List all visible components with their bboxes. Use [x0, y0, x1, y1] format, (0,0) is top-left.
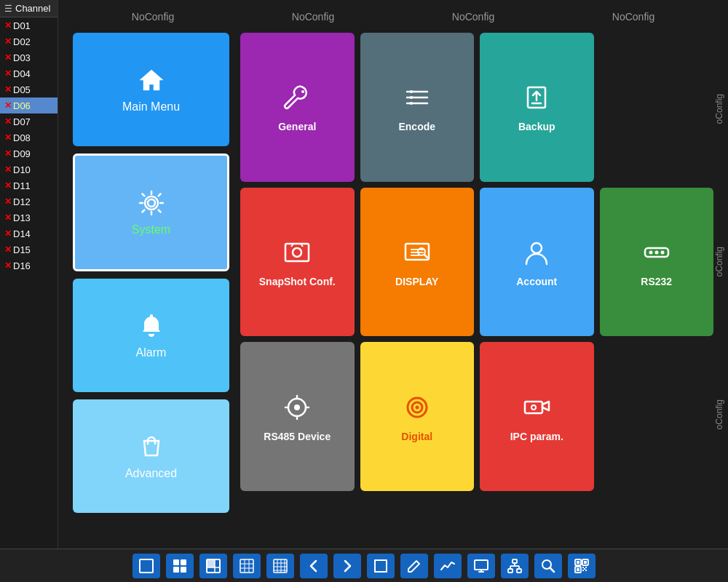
general-button[interactable]: General — [240, 33, 355, 182]
prev-button[interactable] — [300, 554, 328, 578]
shopping-bag-icon — [137, 432, 166, 461]
svg-rect-36 — [173, 559, 179, 565]
svg-rect-77 — [582, 570, 584, 571]
sidebar-header: ☰ Channel — [0, 0, 58, 17]
svg-rect-72 — [577, 561, 579, 564]
channel-item-d15[interactable]: ✕D15 — [0, 242, 58, 258]
channel-id: D08 — [13, 132, 31, 143]
rs485-button[interactable]: RS485 Device — [240, 342, 355, 491]
channel-icon: ☰ — [4, 4, 12, 14]
channel-item-d13[interactable]: ✕D13 — [0, 210, 58, 226]
display-button[interactable]: DISPLAY — [360, 188, 475, 337]
rs232-label: RS232 — [641, 276, 672, 287]
single-view-button[interactable] — [132, 554, 160, 578]
camera-icon — [521, 391, 553, 423]
noconfig-4: NoConfig — [575, 11, 692, 23]
system-button[interactable]: System — [73, 154, 229, 271]
backup-button[interactable]: Backup — [480, 33, 594, 182]
channel-id: D05 — [13, 84, 31, 95]
channel-item-d09[interactable]: ✕D09 — [0, 146, 58, 162]
svg-rect-11 — [285, 244, 309, 261]
main-menu-button[interactable]: Main Menu — [73, 33, 229, 146]
channel-item-d10[interactable]: ✕D10 — [0, 162, 58, 178]
channel-id: D06 — [13, 100, 31, 111]
wrench-icon — [281, 81, 313, 113]
x-mark: ✕ — [4, 228, 12, 239]
svg-rect-76 — [585, 567, 587, 568]
channel-item-d07[interactable]: ✕D07 — [0, 113, 58, 129]
channel-item-d12[interactable]: ✕D12 — [0, 194, 58, 210]
x-mark: ✕ — [4, 244, 12, 255]
svg-rect-39 — [181, 567, 186, 573]
channel-item-d08[interactable]: ✕D08 — [0, 129, 58, 146]
digital-label: Digital — [401, 431, 432, 442]
channel-item-d05[interactable]: ✕D05 — [0, 81, 58, 97]
svg-rect-56 — [375, 560, 387, 572]
channel-id: D14 — [13, 228, 31, 239]
channel-item-d02[interactable]: ✕D02 — [0, 33, 58, 49]
svg-rect-37 — [181, 559, 186, 565]
svg-rect-78 — [585, 570, 587, 571]
x-mark: ✕ — [4, 164, 12, 175]
search-button[interactable] — [534, 554, 562, 578]
channel-item-d14[interactable]: ✕D14 — [0, 226, 58, 242]
monitor-button[interactable] — [467, 554, 495, 578]
channel-id: D01 — [13, 20, 31, 31]
svg-point-6 — [410, 90, 413, 93]
snapshot-button[interactable]: SnapShot Conf. — [240, 188, 355, 337]
eight-view-button[interactable] — [199, 554, 227, 578]
encode-button[interactable]: Encode — [360, 33, 475, 182]
x-mark: ✕ — [4, 84, 12, 95]
edit-button[interactable] — [400, 554, 428, 578]
quad-view-button[interactable] — [166, 554, 194, 578]
alarm-button[interactable]: Alarm — [73, 279, 229, 392]
channel-item-d04[interactable]: ✕D04 — [0, 65, 58, 81]
svg-line-68 — [550, 567, 555, 572]
oconfig-1: oConfig — [714, 94, 724, 124]
advanced-button[interactable]: Advanced — [73, 399, 229, 513]
qr-button[interactable] — [568, 554, 596, 578]
twenty-view-button[interactable] — [266, 554, 294, 578]
alarm-label: Alarm — [136, 346, 167, 359]
sixteen-view-button[interactable] — [233, 554, 261, 578]
encode-label: Encode — [398, 121, 435, 132]
x-mark: ✕ — [4, 148, 12, 159]
network-button[interactable] — [501, 554, 529, 578]
svg-rect-44 — [240, 559, 253, 573]
fullscreen-button[interactable] — [367, 554, 395, 578]
channel-item-d16[interactable]: ✕D16 — [0, 258, 58, 274]
svg-rect-75 — [582, 567, 584, 568]
channel-id: D09 — [13, 148, 31, 159]
person-icon — [521, 236, 553, 268]
gear-icon — [137, 188, 166, 218]
display-label: DISPLAY — [395, 276, 438, 287]
channel-item-d06[interactable]: ✕D06 — [0, 97, 58, 113]
channel-item-d03[interactable]: ✕D03 — [0, 49, 58, 65]
channel-item-d11[interactable]: ✕D11 — [0, 178, 58, 194]
channel-list: ✕D01✕D02✕D03✕D04✕D05✕D06✕D07✕D08✕D09✕D10… — [0, 17, 58, 274]
next-button[interactable] — [333, 554, 361, 578]
x-mark: ✕ — [4, 20, 12, 31]
noconfig-1: NoConfig — [95, 11, 211, 23]
taskbar — [0, 549, 728, 582]
rs232-button[interactable]: RS232 — [600, 188, 714, 337]
x-mark: ✕ — [4, 180, 12, 191]
display-icon — [401, 236, 433, 268]
x-mark: ✕ — [4, 132, 12, 143]
account-button[interactable]: Account — [480, 188, 594, 337]
x-mark: ✕ — [4, 196, 12, 207]
channel-id: D10 — [13, 164, 31, 175]
oconfig-3: oConfig — [714, 399, 724, 429]
main-area: NoConfig NoConfig NoConfig NoConfig Main… — [58, 0, 728, 553]
channel-item-d01[interactable]: ✕D01 — [0, 17, 58, 33]
svg-point-8 — [410, 102, 413, 105]
x-mark: ✕ — [4, 68, 12, 79]
svg-point-25 — [294, 404, 300, 410]
x-mark: ✕ — [4, 36, 12, 47]
chart-button[interactable] — [434, 554, 462, 578]
ipc-button[interactable]: IPC param. — [480, 342, 594, 491]
digital-button[interactable]: Digital — [360, 342, 475, 491]
snapshot-label: SnapShot Conf. — [259, 276, 336, 287]
rs232-icon — [641, 236, 673, 268]
grid-panel: General Encode — [240, 33, 713, 491]
